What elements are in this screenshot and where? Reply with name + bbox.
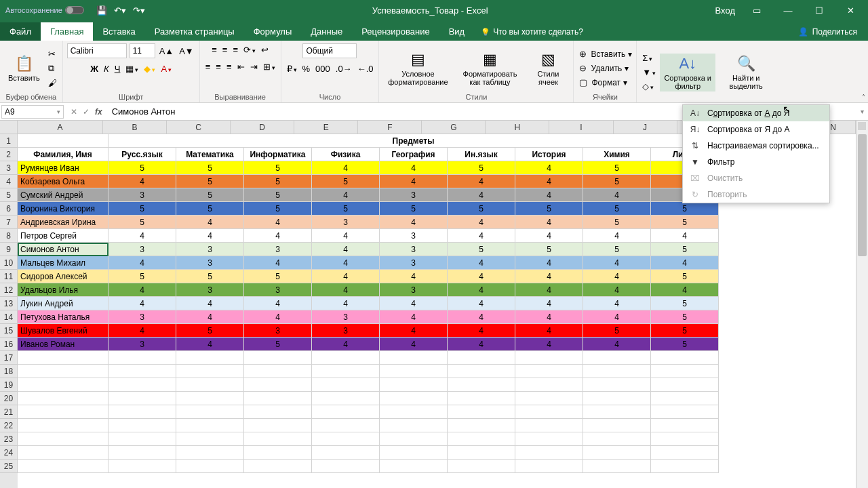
cell[interactable] bbox=[244, 351, 312, 365]
tab-view[interactable]: Вид bbox=[439, 22, 475, 41]
cell[interactable]: 5 bbox=[244, 338, 312, 351]
cell[interactable]: 4 bbox=[108, 283, 176, 297]
cell[interactable] bbox=[651, 405, 719, 419]
column-header[interactable]: A bbox=[18, 121, 103, 134]
italic-icon[interactable]: К bbox=[102, 62, 111, 75]
cell[interactable] bbox=[515, 378, 583, 392]
cell[interactable]: 4 bbox=[176, 216, 244, 229]
cell[interactable]: 4 bbox=[583, 188, 651, 202]
cell[interactable] bbox=[312, 378, 380, 392]
cell[interactable] bbox=[448, 446, 515, 460]
row-header[interactable]: 14 bbox=[0, 310, 18, 324]
increase-decimal-icon[interactable]: .0→ bbox=[334, 62, 353, 75]
cell[interactable] bbox=[176, 365, 244, 378]
cell[interactable] bbox=[583, 446, 651, 460]
cell[interactable] bbox=[244, 405, 312, 419]
cell[interactable] bbox=[651, 351, 719, 365]
cell[interactable]: Информатика bbox=[244, 148, 312, 161]
cell[interactable] bbox=[515, 405, 583, 419]
cell[interactable]: 3 bbox=[380, 188, 448, 202]
cell[interactable] bbox=[312, 432, 380, 446]
cell[interactable]: 5 bbox=[312, 202, 380, 216]
cell[interactable]: 4 bbox=[312, 283, 380, 297]
column-header[interactable]: I bbox=[549, 121, 613, 134]
cell[interactable] bbox=[651, 432, 719, 446]
cell[interactable]: 5 bbox=[651, 324, 719, 338]
bold-icon[interactable]: Ж bbox=[89, 62, 100, 75]
cell[interactable]: 5 bbox=[312, 175, 380, 188]
copy-icon[interactable]: ⧉ bbox=[47, 62, 58, 75]
vertical-scrollbar[interactable] bbox=[856, 121, 868, 488]
cell[interactable] bbox=[108, 446, 176, 460]
cell[interactable]: 4 bbox=[244, 310, 312, 324]
cell[interactable] bbox=[651, 378, 719, 392]
row-header[interactable]: 21 bbox=[0, 405, 18, 419]
cell[interactable]: 4 bbox=[651, 229, 719, 243]
cell[interactable]: Андриевская Ирина bbox=[18, 216, 108, 229]
cell[interactable]: 4 bbox=[312, 297, 380, 310]
cell[interactable] bbox=[312, 351, 380, 365]
cell[interactable]: 5 bbox=[448, 243, 515, 256]
cell[interactable] bbox=[651, 365, 719, 378]
cell[interactable]: 4 bbox=[651, 283, 719, 297]
cell[interactable] bbox=[176, 446, 244, 460]
cell[interactable] bbox=[18, 460, 108, 473]
enter-formula-icon[interactable]: ✓ bbox=[83, 107, 90, 117]
cell[interactable] bbox=[244, 365, 312, 378]
cell[interactable]: Шувалов Евгений bbox=[18, 324, 108, 338]
cell[interactable]: 3 bbox=[312, 216, 380, 229]
collapse-ribbon-icon[interactable]: ˄ bbox=[862, 94, 865, 101]
cell[interactable]: 4 bbox=[515, 175, 583, 188]
font-color-icon[interactable]: A bbox=[159, 62, 173, 75]
cell[interactable]: 5 bbox=[244, 202, 312, 216]
row-header[interactable]: 13 bbox=[0, 297, 18, 310]
align-top-icon[interactable]: ≡ bbox=[210, 43, 218, 56]
cell[interactable] bbox=[515, 432, 583, 446]
cell[interactable]: 4 bbox=[448, 310, 515, 324]
cell[interactable]: 5 bbox=[583, 243, 651, 256]
cell[interactable] bbox=[448, 392, 515, 405]
cell[interactable]: Иванов Роман bbox=[18, 338, 108, 351]
cell[interactable]: 5 bbox=[176, 324, 244, 338]
column-header[interactable]: J bbox=[614, 121, 677, 134]
column-header[interactable]: E bbox=[294, 121, 358, 134]
number-format-select[interactable] bbox=[302, 43, 357, 58]
cell[interactable]: 5 bbox=[176, 202, 244, 216]
cell[interactable]: История bbox=[515, 148, 583, 161]
cell[interactable]: 4 bbox=[380, 297, 448, 310]
close-icon[interactable]: ✕ bbox=[841, 5, 860, 16]
paste-button[interactable]: 📋 Вставить bbox=[4, 54, 44, 83]
row-header[interactable]: 23 bbox=[0, 432, 18, 446]
cell[interactable]: 3 bbox=[176, 283, 244, 297]
row-header[interactable]: 25 bbox=[0, 460, 18, 473]
tell-me-search[interactable]: Что вы хотите сделать? bbox=[474, 23, 590, 41]
format-cells-button[interactable]: ▢Формат▾ bbox=[578, 76, 632, 89]
tab-file[interactable]: Файл bbox=[0, 22, 41, 41]
cell[interactable]: 4 bbox=[583, 270, 651, 283]
row-header[interactable]: 16 bbox=[0, 338, 18, 351]
row-header[interactable]: 5 bbox=[0, 188, 18, 202]
autosum-icon[interactable]: Σ bbox=[641, 52, 657, 64]
cell[interactable]: 5 bbox=[448, 161, 515, 175]
cell[interactable]: 3 bbox=[312, 310, 380, 324]
align-middle-icon[interactable]: ≡ bbox=[221, 43, 229, 56]
cell[interactable]: 4 bbox=[515, 324, 583, 338]
row-header[interactable]: 9 bbox=[0, 243, 18, 256]
cell[interactable]: 4 bbox=[583, 256, 651, 270]
cell[interactable]: 5 bbox=[651, 310, 719, 324]
cell[interactable]: 4 bbox=[448, 188, 515, 202]
cell[interactable]: Мальцев Михаил bbox=[18, 256, 108, 270]
cell[interactable]: 4 bbox=[176, 338, 244, 351]
cell[interactable]: 5 bbox=[651, 202, 719, 216]
cell[interactable]: Сидоров Алексей bbox=[18, 270, 108, 283]
cell[interactable]: 4 bbox=[651, 256, 719, 270]
insert-function-icon[interactable]: fx bbox=[95, 107, 102, 117]
cell[interactable]: 4 bbox=[108, 324, 176, 338]
cell[interactable]: 4 bbox=[448, 216, 515, 229]
cell[interactable]: 4 bbox=[312, 161, 380, 175]
cell[interactable] bbox=[18, 405, 108, 419]
wrap-text-icon[interactable]: ↩ bbox=[260, 43, 270, 56]
menu-custom-sort[interactable]: ⇅ Настраиваемая сортировка... bbox=[683, 138, 829, 154]
cell[interactable]: 4 bbox=[244, 229, 312, 243]
autosave-toggle[interactable] bbox=[65, 6, 84, 14]
